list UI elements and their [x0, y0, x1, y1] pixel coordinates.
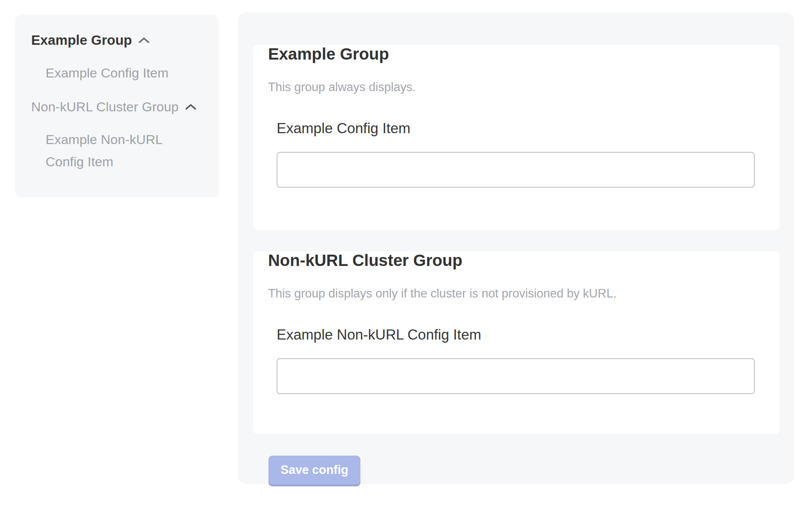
group-title: Non-kURL Cluster Group — [268, 251, 780, 270]
chevron-up-icon[interactable] — [185, 104, 197, 110]
config-item-label: Example Non-kURL Config Item — [277, 326, 780, 343]
sidebar-group-example-group[interactable]: Example Group — [31, 32, 203, 49]
group-description: This group displays only if the cluster … — [268, 286, 780, 301]
config-nav-sidebar: Example Group Example Config Item Non-kU… — [15, 15, 219, 197]
example-config-item-input[interactable] — [277, 152, 755, 188]
group-title: Example Group — [268, 45, 780, 63]
sidebar-item-example-config-item[interactable]: Example Config Item — [46, 62, 186, 84]
sidebar-group-non-kurl-cluster-group[interactable]: Non-kURL Cluster Group — [31, 98, 203, 115]
sidebar-item-example-non-kurl-config-item[interactable]: Example Non-kURL Config Item — [46, 129, 186, 173]
chevron-up-icon[interactable] — [138, 37, 150, 44]
sidebar-group-label: Non-kURL Cluster Group — [31, 98, 179, 115]
config-group-card-example-group: Example Group This group always displays… — [253, 45, 780, 230]
config-item-label: Example Config Item — [277, 120, 780, 137]
save-config-button[interactable]: Save config — [268, 456, 360, 484]
group-description: This group always displays. — [268, 79, 780, 95]
example-non-kurl-config-item-input[interactable] — [277, 358, 755, 394]
config-panel: Example Group This group always displays… — [238, 12, 794, 484]
sidebar-group-label: Example Group — [31, 32, 132, 49]
config-group-card-non-kurl-cluster-group: Non-kURL Cluster Group This group displa… — [253, 251, 780, 434]
